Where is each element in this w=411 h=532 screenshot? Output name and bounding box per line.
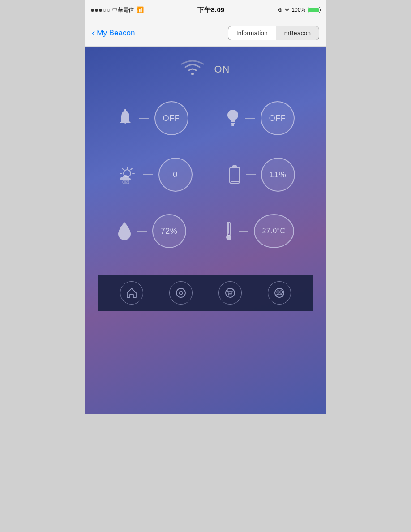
svg-point-18 <box>176 288 185 297</box>
bottom-nav <box>98 275 313 311</box>
back-chevron-icon: ‹ <box>92 27 95 39</box>
nav-bar: ‹ My Beacon Information mBeacon <box>85 20 326 47</box>
main-content: ON OFF <box>85 47 326 414</box>
thermometer-icon <box>224 221 233 241</box>
sensor-row-2: UV 0 11% <box>98 158 313 192</box>
svg-rect-1 <box>124 109 126 111</box>
humidity-sensor: 72% <box>117 214 186 248</box>
battery-icon <box>308 7 320 13</box>
status-bar: 中華電信 📶 下午8:09 ⊕ ✳ 100% <box>85 0 326 20</box>
sensor-grid: OFF OFF <box>98 101 313 248</box>
wifi-signal-icon: 📶 <box>136 6 144 13</box>
uv-value[interactable]: 0 <box>158 158 193 192</box>
dot5 <box>107 9 110 12</box>
tab-mbeacon[interactable]: mBeacon <box>276 26 319 40</box>
location-icon: ⊕ <box>278 7 283 13</box>
bulb-icon <box>226 109 240 128</box>
temperature-value[interactable]: 27.0°C <box>254 214 294 248</box>
dot1 <box>91 9 94 12</box>
signal-dots <box>91 9 110 12</box>
svg-point-17 <box>226 235 231 240</box>
drop-icon <box>117 221 132 241</box>
status-left: 中華電信 📶 <box>91 6 144 14</box>
tab-information[interactable]: Information <box>228 26 276 40</box>
battery-sensor-item: 11% <box>229 158 295 192</box>
svg-text:UV: UV <box>124 181 128 184</box>
uv-icon: UV <box>116 165 138 184</box>
light-connector <box>245 118 255 119</box>
nav-users-button[interactable] <box>268 281 291 305</box>
alarm-sensor: OFF <box>117 101 188 135</box>
wifi-status: ON <box>214 64 230 75</box>
sensor-row-1: OFF OFF <box>98 101 313 135</box>
svg-rect-2 <box>231 123 235 124</box>
svg-point-19 <box>179 291 183 295</box>
back-button[interactable]: ‹ My Beacon <box>92 27 135 39</box>
status-time: 下午8:09 <box>197 6 224 14</box>
uv-sensor: UV 0 <box>116 158 193 192</box>
battery-percent: 100% <box>291 7 305 13</box>
humidity-connector <box>137 231 147 232</box>
battery-fill <box>308 8 319 12</box>
nav-home-button[interactable] <box>120 281 143 305</box>
light-sensor: OFF <box>226 101 295 135</box>
svg-rect-13 <box>230 167 240 183</box>
uv-connector <box>143 174 153 175</box>
temperature-sensor: 27.0°C <box>224 214 294 248</box>
temperature-connector <box>239 231 248 232</box>
svg-point-24 <box>277 291 279 293</box>
svg-rect-14 <box>231 181 239 182</box>
carrier-label: 中華電信 <box>112 6 134 14</box>
dot4 <box>103 9 106 12</box>
svg-point-20 <box>226 288 235 297</box>
svg-line-8 <box>122 168 124 170</box>
alarm-value[interactable]: OFF <box>154 101 188 135</box>
dot2 <box>95 9 98 12</box>
svg-rect-3 <box>231 124 234 126</box>
svg-line-6 <box>131 168 132 170</box>
svg-point-22 <box>231 294 232 296</box>
battery-sensor-icon <box>229 165 240 184</box>
phone-frame: 中華電信 📶 下午8:09 ⊕ ✳ 100% ‹ My Beacon Infor… <box>85 0 326 414</box>
back-label: My Beacon <box>97 29 135 38</box>
svg-point-21 <box>228 294 230 296</box>
battery-value[interactable]: 11% <box>261 158 295 192</box>
humidity-value[interactable]: 72% <box>152 214 186 248</box>
light-value[interactable]: OFF <box>261 101 295 135</box>
wifi-icon <box>181 60 204 79</box>
nav-tabs: Information mBeacon <box>228 26 319 40</box>
battery-connector <box>246 174 256 175</box>
svg-point-0 <box>191 73 194 75</box>
nav-cart-button[interactable] <box>218 281 242 305</box>
svg-point-25 <box>280 291 283 293</box>
status-right: ⊕ ✳ 100% <box>278 7 320 13</box>
sensor-row-3: 72% 27.0°C <box>98 214 313 248</box>
svg-rect-16 <box>228 223 229 234</box>
alarm-connector <box>139 118 149 119</box>
dot3 <box>99 9 102 12</box>
wifi-row: ON <box>181 60 230 79</box>
nav-id-button[interactable] <box>169 281 193 305</box>
bluetooth-icon: ✳ <box>285 7 289 13</box>
bell-icon <box>117 109 134 128</box>
